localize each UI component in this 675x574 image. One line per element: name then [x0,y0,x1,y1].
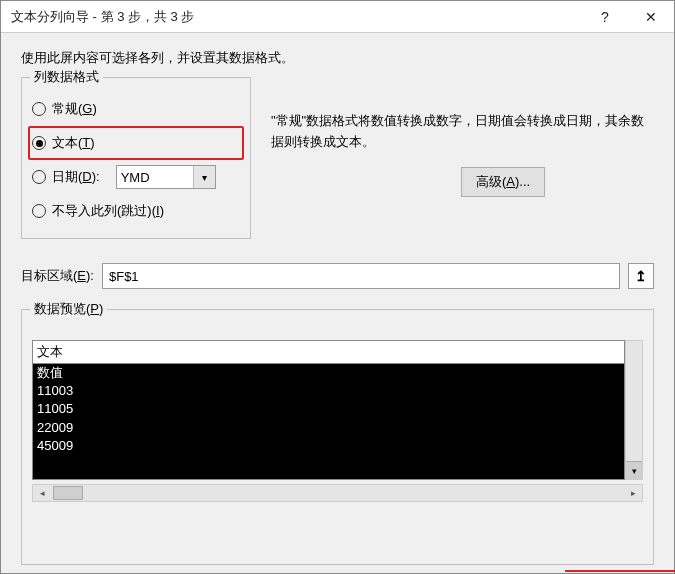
preview-inner: 文本 数值 11003 11005 22009 45009 ▾ [32,340,643,554]
preview-table-wrap: 文本 数值 11003 11005 22009 45009 [32,340,625,480]
collapse-icon: ↥ [635,268,647,284]
scroll-thumb[interactable] [53,486,83,500]
scroll-down-icon[interactable]: ▾ [626,461,642,479]
window-controls: ? ✕ [582,1,674,33]
preview-cell: 数值 [37,364,620,382]
preview-cell: 11003 [37,382,620,400]
date-format-value: YMD [121,170,150,185]
wizard-window: 文本分列向导 - 第 3 步，共 3 步 ? ✕ 使用此屏内容可选择各列，并设置… [0,0,675,574]
scroll-left-icon[interactable]: ◂ [33,485,51,501]
preview-legend: 数据预览(P) [30,300,107,318]
radio-icon [32,170,46,184]
date-format-select[interactable]: YMD ▾ [116,165,216,189]
range-picker-button[interactable]: ↥ [628,263,654,289]
preview-row: 文本 数值 11003 11005 22009 45009 ▾ [32,340,643,480]
titlebar: 文本分列向导 - 第 3 步，共 3 步 ? ✕ [1,1,674,33]
column-format-group: 列数据格式 常规(G) 文本(T) 日期(D): YMD ▾ [21,77,251,239]
close-icon[interactable]: ✕ [628,1,674,33]
radio-label: 文本(T) [52,134,95,152]
radio-icon [32,136,46,150]
chevron-down-icon: ▾ [193,166,215,188]
description-column: "常规"数据格式将数值转换成数字，日期值会转换成日期，其余数据则转换成文本。 高… [271,77,654,239]
destination-label: 目标区域(E): [21,267,94,285]
destination-row: 目标区域(E): $F$1 ↥ [21,263,654,289]
format-legend: 列数据格式 [30,68,103,86]
highlight-marker [565,570,675,574]
destination-input[interactable]: $F$1 [102,263,620,289]
data-preview-group: 数据预览(P) 文本 数值 11003 11005 22009 45009 [21,309,654,565]
radio-label: 常规(G) [52,100,97,118]
radio-text[interactable]: 文本(T) [28,126,244,160]
radio-date[interactable]: 日期(D): YMD ▾ [32,160,240,194]
preview-cell: 45009 [37,437,620,455]
help-icon[interactable]: ? [582,1,628,33]
radio-general[interactable]: 常规(G) [32,92,240,126]
horizontal-scrollbar[interactable]: ◂ ▸ [32,484,643,502]
top-section: 列数据格式 常规(G) 文本(T) 日期(D): YMD ▾ [21,77,654,239]
preview-cell: 11005 [37,400,620,418]
advanced-button[interactable]: 高级(A)... [461,167,545,197]
window-title: 文本分列向导 - 第 3 步，共 3 步 [11,8,194,26]
preview-col-header[interactable]: 文本 [33,341,624,364]
radio-skip[interactable]: 不导入此列(跳过)(I) [32,194,240,228]
preview-cell: 22009 [37,419,620,437]
radio-icon [32,204,46,218]
preview-table: 文本 数值 11003 11005 22009 45009 [32,340,625,480]
dialog-body: 使用此屏内容可选择各列，并设置其数据格式。 列数据格式 常规(G) 文本(T) … [1,33,674,573]
radio-label: 不导入此列(跳过)(I) [52,202,164,220]
vertical-scrollbar[interactable]: ▾ [625,340,643,480]
format-description: "常规"数据格式将数值转换成数字，日期值会转换成日期，其余数据则转换成文本。 [271,111,654,153]
preview-data: 数值 11003 11005 22009 45009 [33,364,624,480]
radio-icon [32,102,46,116]
intro-text: 使用此屏内容可选择各列，并设置其数据格式。 [21,49,654,67]
scroll-right-icon[interactable]: ▸ [624,485,642,501]
radio-label: 日期(D): [52,168,100,186]
